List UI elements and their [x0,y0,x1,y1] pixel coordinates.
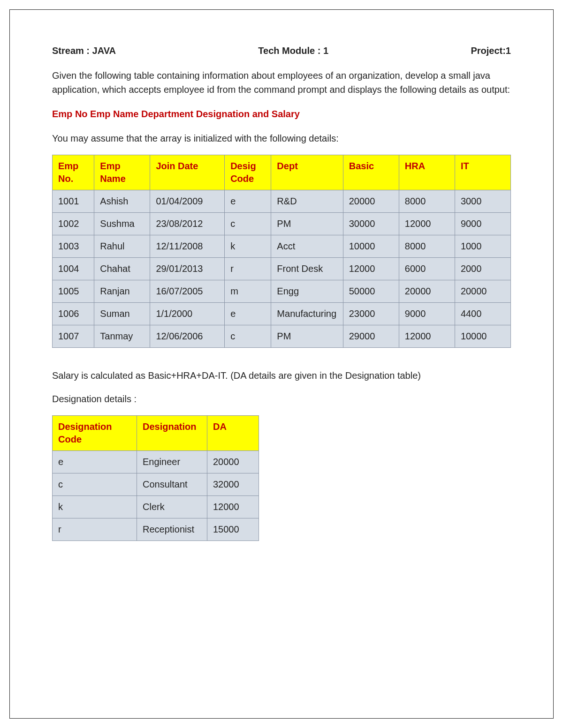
col-header: Join Date [150,155,225,190]
table-cell: R&D [271,190,343,213]
table-cell: 12000 [207,496,259,518]
employee-table-body: 1001Ashish01/04/2009eR&D2000080003000100… [53,190,511,348]
col-header: IT [455,155,510,190]
table-cell: PM [271,213,343,235]
designation-table-head: Designation Code Designation DA [53,416,259,451]
table-cell: 9000 [399,303,455,325]
designation-label: Designation details : [52,392,511,406]
page-frame: Stream : JAVA Tech Module : 1 Project:1 … [9,9,554,719]
page-header: Stream : JAVA Tech Module : 1 Project:1 [52,45,511,56]
designation-table: Designation Code Designation DA eEnginee… [52,415,259,541]
table-row: 1007Tanmay12/06/2006cPM290001200010000 [53,325,511,348]
col-header: Desig Code [225,155,271,190]
table-cell: 12/11/2008 [150,235,225,258]
table-cell: 50000 [343,280,399,303]
table-row: cConsultant32000 [53,473,259,496]
table-row: 1006Suman1/1/2000eManufacturing230009000… [53,303,511,325]
document-page: Stream : JAVA Tech Module : 1 Project:1 … [0,0,563,728]
table-header-row: Designation Code Designation DA [53,416,259,451]
table-cell: Chahat [94,258,150,280]
table-cell: k [53,496,137,518]
table-cell: Engineer [137,451,207,473]
table-cell: Clerk [137,496,207,518]
col-header: Designation Code [53,416,137,451]
table-cell: 1005 [53,280,94,303]
col-header: HRA [399,155,455,190]
col-header: Dept [271,155,343,190]
table-cell: 2000 [455,258,510,280]
table-cell: 23/08/2012 [150,213,225,235]
table-cell: Ranjan [94,280,150,303]
table-cell: 01/04/2009 [150,190,225,213]
table-cell: 29/01/2013 [150,258,225,280]
table-cell: 12000 [399,325,455,348]
table-cell: 12/06/2006 [150,325,225,348]
table-row: eEngineer20000 [53,451,259,473]
table-cell: PM [271,325,343,348]
table-cell: 4400 [455,303,510,325]
table-cell: k [225,235,271,258]
table-cell: 32000 [207,473,259,496]
table-cell: 15000 [207,518,259,541]
table-cell: c [225,325,271,348]
table-cell: 16/07/2005 [150,280,225,303]
table-cell: 10000 [455,325,510,348]
table-row: kClerk12000 [53,496,259,518]
table-row: 1003Rahul12/11/2008kAcct1000080001000 [53,235,511,258]
table-cell: 12000 [343,258,399,280]
table-cell: Acct [271,235,343,258]
assume-line: You may assume that the array is initial… [52,131,511,145]
table-cell: 3000 [455,190,510,213]
table-row: rReceptionist15000 [53,518,259,541]
table-cell: r [53,518,137,541]
output-fields-line: Emp No Emp Name Department Designation a… [52,107,511,121]
table-row: 1004Chahat29/01/2013rFront Desk120006000… [53,258,511,280]
table-cell: 20000 [399,280,455,303]
col-header: Designation [137,416,207,451]
table-cell: 30000 [343,213,399,235]
employee-table: Emp No. Emp Name Join Date Desig Code De… [52,155,511,348]
table-cell: m [225,280,271,303]
table-cell: Sushma [94,213,150,235]
table-row: 1002Sushma23/08/2012cPM30000120009000 [53,213,511,235]
col-header: Basic [343,155,399,190]
table-cell: 8000 [399,235,455,258]
table-cell: 20000 [455,280,510,303]
table-cell: 9000 [455,213,510,235]
table-cell: 12000 [399,213,455,235]
salary-note: Salary is calculated as Basic+HRA+DA-IT.… [52,368,511,383]
header-module: Tech Module : 1 [258,45,328,56]
table-cell: 1002 [53,213,94,235]
table-cell: e [53,451,137,473]
table-row: 1005Ranjan16/07/2005mEngg500002000020000 [53,280,511,303]
table-cell: 10000 [343,235,399,258]
header-project: Project:1 [471,45,511,56]
designation-table-body: eEngineer20000cConsultant32000kClerk1200… [53,451,259,541]
table-cell: 23000 [343,303,399,325]
col-header: Emp Name [94,155,150,190]
table-cell: 29000 [343,325,399,348]
table-cell: c [53,473,137,496]
table-cell: Manufacturing [271,303,343,325]
table-cell: 1/1/2000 [150,303,225,325]
table-cell: Front Desk [271,258,343,280]
table-cell: Engg [271,280,343,303]
table-cell: r [225,258,271,280]
table-cell: 1000 [455,235,510,258]
intro-paragraph: Given the following table containing inf… [52,68,511,97]
table-cell: c [225,213,271,235]
table-cell: Rahul [94,235,150,258]
table-cell: 20000 [207,451,259,473]
table-cell: 8000 [399,190,455,213]
table-cell: 20000 [343,190,399,213]
table-cell: 1003 [53,235,94,258]
table-cell: 6000 [399,258,455,280]
table-cell: Ashish [94,190,150,213]
table-cell: Suman [94,303,150,325]
table-cell: 1007 [53,325,94,348]
employee-table-head: Emp No. Emp Name Join Date Desig Code De… [53,155,511,190]
table-cell: 1006 [53,303,94,325]
header-stream: Stream : JAVA [52,45,116,56]
table-cell: e [225,303,271,325]
table-cell: Receptionist [137,518,207,541]
